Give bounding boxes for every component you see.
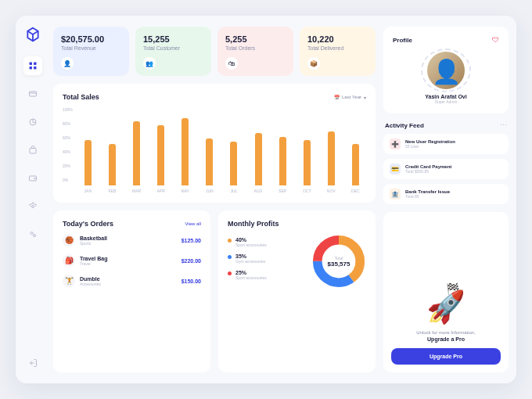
order-price: $220.00	[182, 258, 201, 264]
activity-title: Activity Feed	[385, 122, 424, 129]
bar[interactable]	[255, 133, 262, 185]
svg-point-10	[32, 206, 34, 208]
bar[interactable]	[182, 118, 189, 185]
stat-icon: 👤	[61, 57, 74, 70]
ytick: 80%	[63, 121, 73, 126]
profile-title: Profile	[393, 37, 412, 44]
main: $20,575.00 Total Revenue 👤 15,255 Total …	[50, 16, 516, 383]
profile-badge-icon[interactable]: 🛡	[492, 36, 499, 44]
bar-column: JAN	[77, 140, 99, 193]
nav-users[interactable]	[23, 225, 42, 244]
activity-item[interactable]: ➕ New User Registration 55 User	[383, 134, 509, 154]
bar[interactable]	[304, 140, 311, 185]
bar-label: JUN	[206, 189, 214, 193]
nav-shop[interactable]	[23, 141, 42, 160]
activity-more-icon[interactable]: ⋯	[500, 121, 507, 129]
chart-bars: JAN FEB MAR APR MAY JUN JUL AUG SEP OC	[73, 107, 366, 193]
svg-rect-1	[34, 63, 37, 66]
orders-viewall[interactable]: View all	[185, 221, 201, 226]
bar[interactable]	[84, 140, 92, 185]
ytick: 40%	[63, 149, 73, 154]
ytick: 100%	[63, 107, 73, 112]
order-icon: 🏋	[63, 275, 75, 287]
logo-icon	[25, 27, 41, 42]
nav-wallet[interactable]	[23, 169, 42, 188]
bottom-row: Today's Orders View all 🏀 Basketball Spo…	[53, 210, 376, 372]
svg-rect-4	[30, 92, 37, 96]
stat-value: $20,575.00	[61, 34, 121, 44]
svg-rect-0	[30, 63, 33, 66]
stat-card[interactable]: 15,255 Total Customer 👥	[135, 27, 211, 76]
bar[interactable]	[109, 144, 116, 185]
bar-label: APR	[156, 189, 164, 193]
orders-list: 🏀 Basketball Sports $125.00 🎒 Travel Bag…	[63, 234, 201, 287]
sidebar	[16, 16, 50, 383]
nav-dashboard[interactable]	[23, 56, 42, 75]
order-name: Basketball	[80, 235, 177, 241]
sales-bar-chart: 100%80%60%40%20%0% JAN FEB MAR APR MAY J…	[63, 107, 366, 193]
bar[interactable]	[352, 144, 359, 185]
orders-title: Today's Orders	[63, 220, 113, 228]
upgrade-text1: Unlock for more Information,	[391, 330, 501, 335]
chart-yaxis: 100%80%60%40%20%0%	[63, 107, 73, 193]
svg-point-9	[34, 178, 36, 179]
activity-item[interactable]: 💳 Credit Card Payment Total $550.85	[383, 159, 509, 179]
bar[interactable]	[133, 121, 140, 185]
nav-analytics[interactable]	[23, 113, 42, 131]
nav-settings[interactable]	[23, 197, 42, 216]
order-icon: 🎒	[63, 254, 75, 267]
stat-label: Total Customer	[143, 45, 203, 51]
svg-rect-3	[34, 66, 37, 70]
profit-label: Gym accessories	[235, 259, 305, 264]
profit-percent: 35%	[235, 253, 305, 259]
svg-rect-7	[30, 149, 36, 154]
activity-icon: 💳	[390, 164, 401, 174]
bar-column: NOV	[321, 131, 342, 193]
activity-item[interactable]: 🏦 Bank Transfer Issue Total 85	[383, 184, 509, 204]
order-item[interactable]: 🎒 Travel Bag Travel $220.00	[63, 254, 201, 267]
rocket-illustration: 🚀🏁	[391, 289, 501, 325]
order-name: Dumble	[80, 276, 177, 282]
bar-column: APR	[150, 125, 171, 193]
profit-item: 40% Sport accessories	[228, 237, 305, 247]
bar-label: DEC	[351, 189, 360, 193]
stat-icon: 📦	[307, 57, 320, 70]
profits-title: Monthly Profits	[228, 220, 279, 228]
bar[interactable]	[279, 137, 286, 185]
stats-row: $20,575.00 Total Revenue 👤 15,255 Total …	[53, 27, 376, 76]
order-item[interactable]: 🏀 Basketball Sports $125.00	[63, 234, 201, 246]
ytick: 0%	[63, 178, 73, 182]
profile-card: Profile 🛡 Yasin Arafat Ovi Super Admin	[383, 27, 509, 113]
activity-icon: ➕	[390, 138, 401, 149]
bar-label: FEB	[109, 189, 117, 193]
order-name: Travel Bag	[80, 256, 177, 261]
profile-name: Yasin Arafat Ovi	[393, 94, 499, 99]
sales-title: Total Sales	[63, 93, 99, 101]
sales-filter[interactable]: 📅 Last Year ▾	[334, 95, 366, 100]
monthly-profits-card: Monthly Profits 40% Sport accessories 35…	[218, 210, 376, 372]
bar[interactable]	[206, 138, 213, 185]
bar-label: JUL	[230, 189, 237, 193]
nav-cards[interactable]	[23, 84, 42, 103]
bar-column: JUL	[223, 142, 244, 193]
bar[interactable]	[328, 131, 335, 185]
order-item[interactable]: 🏋 Dumble Accessories $150.00	[63, 275, 201, 287]
stat-label: Total Orders	[225, 45, 286, 51]
nav-logout[interactable]	[23, 354, 42, 372]
stat-card[interactable]: 10,220 Total Delivered 📦	[300, 27, 376, 76]
app-window: $20,575.00 Total Revenue 👤 15,255 Total …	[16, 16, 516, 383]
profit-label: Sport accessories	[235, 275, 305, 280]
bar[interactable]	[157, 125, 164, 185]
ytick: 20%	[63, 164, 73, 168]
order-price: $150.00	[182, 279, 201, 284]
order-category: Travel	[80, 261, 177, 266]
bar-label: OCT	[303, 189, 311, 193]
stat-value: 5,255	[225, 34, 286, 44]
stat-card[interactable]: 5,255 Total Orders 🛍	[217, 27, 293, 76]
profile-avatar[interactable]	[427, 52, 465, 89]
left-column: $20,575.00 Total Revenue 👤 15,255 Total …	[53, 27, 376, 372]
bar[interactable]	[230, 142, 237, 185]
stat-card[interactable]: $20,575.00 Total Revenue 👤	[53, 27, 129, 76]
upgrade-pro-button[interactable]: Upgrade Pro	[391, 348, 501, 365]
bar-column: AUG	[247, 133, 268, 193]
